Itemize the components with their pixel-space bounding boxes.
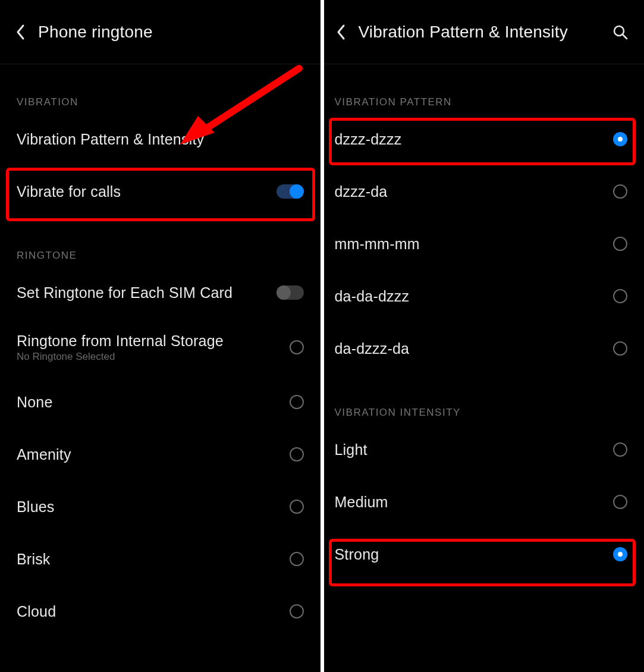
row-vibration-pattern-intensity[interactable]: Vibration Pattern & Intensity [0,113,321,165]
svg-line-3 [623,34,627,39]
radio-ringtone-amenity[interactable] [290,447,304,461]
toggle-set-ringtone-per-sim[interactable] [277,285,304,300]
row-label: Amenity [17,446,71,463]
row-intensity-medium[interactable]: Medium [324,476,645,528]
row-ringtone-from-storage[interactable]: Ringtone from Internal Storage No Ringto… [0,319,321,376]
row-label: Blues [17,498,55,516]
back-icon[interactable] [336,24,347,40]
row-label: dzzz-dzzz [335,131,402,148]
radio-ringtone-from-storage[interactable] [290,340,304,354]
row-vibrate-for-calls[interactable]: Vibrate for calls [0,165,321,218]
header: Phone ringtone [0,0,321,64]
row-ringtone-blues[interactable]: Blues [0,481,321,533]
row-sublabel: No Ringtone Selected [17,351,224,363]
radio-intensity-light[interactable] [613,442,627,457]
row-ringtone-cloud[interactable]: Cloud [0,585,321,638]
search-icon[interactable] [612,24,629,40]
section-header-ringtone: RINGTONE [0,250,321,262]
header: Vibration Pattern & Intensity [324,0,645,64]
back-icon[interactable] [15,24,26,40]
section-header-vibration-pattern: VIBRATION PATTERN [324,96,645,108]
radio-ringtone-brisk[interactable] [290,552,304,566]
radio-pattern-mm-mm-mm[interactable] [613,237,627,251]
row-pattern-da-da-dzzz[interactable]: da-da-dzzz [324,270,645,322]
radio-ringtone-blues[interactable] [290,500,304,514]
radio-intensity-medium[interactable] [613,495,627,509]
radio-pattern-da-dzzz-da[interactable] [613,341,627,356]
row-pattern-dzzz-dzzz[interactable]: dzzz-dzzz [324,113,645,165]
row-intensity-light[interactable]: Light [324,423,645,476]
section-header-vibration-intensity: VIBRATION INTENSITY [324,407,645,419]
row-label: Light [335,441,367,459]
row-label: None [17,394,53,411]
row-label: dzzz-da [335,183,388,200]
vibration-pattern-intensity-screen: Vibration Pattern & Intensity VIBRATION … [322,0,645,672]
row-label: Cloud [17,603,56,620]
row-ringtone-brisk[interactable]: Brisk [0,533,321,585]
radio-ringtone-cloud[interactable] [290,604,304,618]
row-pattern-mm-mm-mm[interactable]: mm-mm-mm [324,218,645,270]
phone-ringtone-screen: Phone ringtone VIBRATION Vibration Patte… [0,0,322,672]
row-label: da-da-dzzz [335,288,410,305]
row-intensity-strong[interactable]: Strong [324,528,645,580]
radio-intensity-strong[interactable] [613,547,627,561]
radio-pattern-da-da-dzzz[interactable] [613,289,627,303]
row-pattern-da-dzzz-da[interactable]: da-dzzz-da [324,322,645,375]
row-set-ringtone-per-sim[interactable]: Set Ringtone for Each SIM Card [0,266,321,319]
section-header-vibration: VIBRATION [0,96,321,108]
row-label: Ringtone from Internal Storage [17,332,224,350]
row-label: Vibrate for calls [17,183,121,200]
radio-pattern-dzzz-da[interactable] [613,184,627,199]
radio-pattern-dzzz-dzzz[interactable] [613,132,627,146]
radio-ringtone-none[interactable] [290,395,304,409]
row-label: da-dzzz-da [335,340,410,357]
page-title: Vibration Pattern & Intensity [359,23,568,42]
toggle-vibrate-for-calls[interactable] [277,184,304,199]
row-label: Brisk [17,551,51,568]
row-label: mm-mm-mm [335,235,420,253]
row-pattern-dzzz-da[interactable]: dzzz-da [324,165,645,218]
row-ringtone-amenity[interactable]: Amenity [0,428,321,481]
page-title: Phone ringtone [38,23,153,42]
row-label: Medium [335,494,388,511]
row-ringtone-none[interactable]: None [0,376,321,428]
row-label: Set Ringtone for Each SIM Card [17,284,233,302]
row-label: Strong [335,546,379,563]
row-label: Vibration Pattern & Intensity [17,131,204,148]
